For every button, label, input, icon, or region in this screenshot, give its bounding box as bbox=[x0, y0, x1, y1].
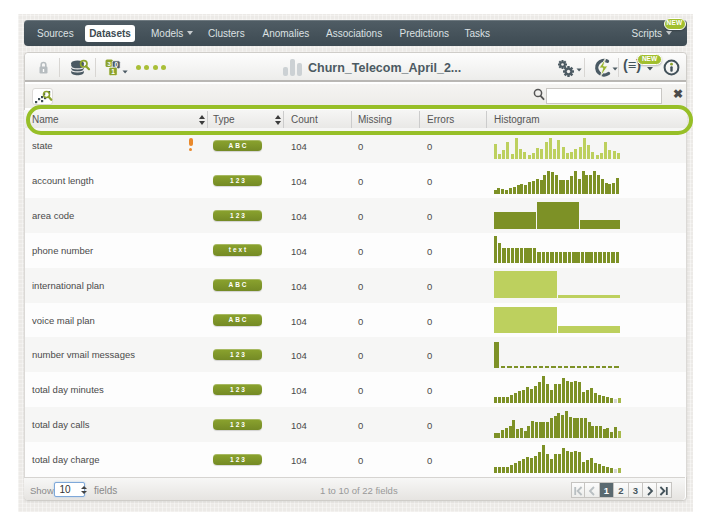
svg-text:1: 1 bbox=[111, 68, 115, 75]
